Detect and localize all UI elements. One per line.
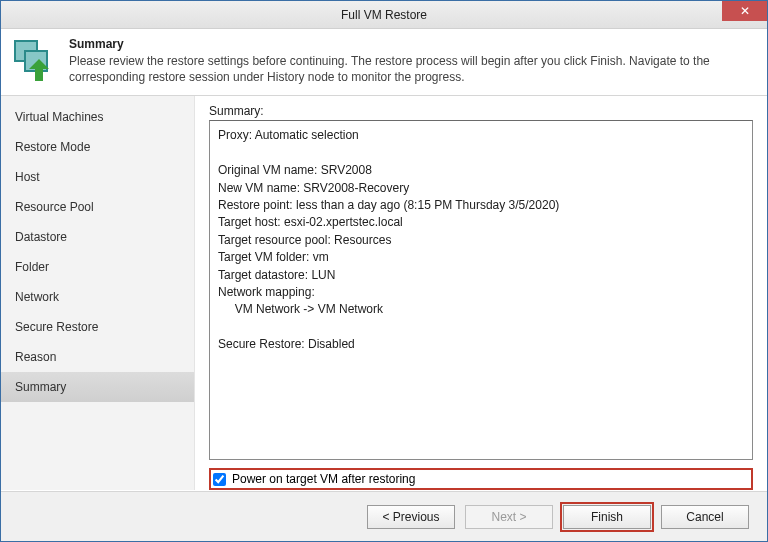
cancel-button[interactable]: Cancel — [661, 505, 749, 529]
sidebar-item-secure-restore[interactable]: Secure Restore — [1, 312, 194, 342]
wizard-footer: < Previous Next > Finish Cancel — [1, 491, 767, 541]
sidebar-item-label: Reason — [15, 350, 56, 364]
button-label: Finish — [591, 510, 623, 524]
sidebar-item-label: Summary — [15, 380, 66, 394]
sidebar-item-folder[interactable]: Folder — [1, 252, 194, 282]
power-on-checkbox-label: Power on target VM after restoring — [232, 472, 415, 486]
titlebar: Full VM Restore ✕ — [1, 1, 767, 29]
wizard-icon — [11, 37, 57, 83]
sidebar-item-restore-mode[interactable]: Restore Mode — [1, 132, 194, 162]
sidebar-item-resource-pool[interactable]: Resource Pool — [1, 192, 194, 222]
wizard-sidebar: Virtual Machines Restore Mode Host Resou… — [1, 96, 195, 490]
power-on-checkbox[interactable] — [213, 473, 226, 486]
close-icon: ✕ — [740, 4, 750, 18]
sidebar-item-network[interactable]: Network — [1, 282, 194, 312]
sidebar-item-label: Secure Restore — [15, 320, 98, 334]
summary-pane: Summary: Proxy: Automatic selection Orig… — [195, 96, 767, 490]
sidebar-item-label: Host — [15, 170, 40, 184]
sidebar-item-label: Folder — [15, 260, 49, 274]
sidebar-item-host[interactable]: Host — [1, 162, 194, 192]
sidebar-item-virtual-machines[interactable]: Virtual Machines — [1, 102, 194, 132]
finish-button[interactable]: Finish — [563, 505, 651, 529]
page-description: Please review the restore settings befor… — [69, 53, 757, 85]
sidebar-item-label: Resource Pool — [15, 200, 94, 214]
sidebar-item-datastore[interactable]: Datastore — [1, 222, 194, 252]
wizard-header-text: Summary Please review the restore settin… — [69, 37, 757, 85]
wizard-body: Virtual Machines Restore Mode Host Resou… — [1, 96, 767, 490]
summary-textbox[interactable]: Proxy: Automatic selection Original VM n… — [209, 120, 753, 460]
wizard-header: Summary Please review the restore settin… — [1, 29, 767, 96]
window-title: Full VM Restore — [1, 8, 767, 22]
sidebar-item-label: Restore Mode — [15, 140, 90, 154]
wizard-window: Full VM Restore ✕ Summary Please review … — [0, 0, 768, 542]
summary-label: Summary: — [209, 104, 753, 118]
sidebar-item-label: Virtual Machines — [15, 110, 104, 124]
sidebar-item-label: Datastore — [15, 230, 67, 244]
sidebar-item-label: Network — [15, 290, 59, 304]
button-label: < Previous — [382, 510, 439, 524]
sidebar-item-reason[interactable]: Reason — [1, 342, 194, 372]
previous-button[interactable]: < Previous — [367, 505, 455, 529]
button-label: Cancel — [686, 510, 723, 524]
sidebar-item-summary[interactable]: Summary — [1, 372, 194, 402]
page-heading: Summary — [69, 37, 757, 51]
button-label: Next > — [491, 510, 526, 524]
power-on-checkbox-row[interactable]: Power on target VM after restoring — [209, 468, 753, 490]
next-button: Next > — [465, 505, 553, 529]
close-button[interactable]: ✕ — [722, 1, 767, 21]
